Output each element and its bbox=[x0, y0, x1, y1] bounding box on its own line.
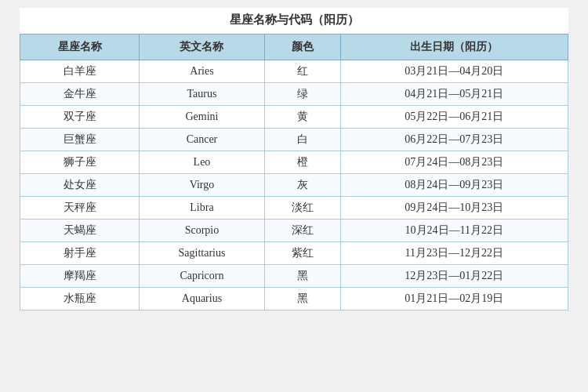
cell-color: 橙 bbox=[264, 151, 340, 174]
table-header-row: 星座名称 英文名称 颜色 出生日期（阳历） bbox=[20, 34, 568, 60]
page-title: 星座名称与代码（阳历） bbox=[20, 8, 568, 34]
cell-color: 淡红 bbox=[264, 197, 340, 220]
cell-date: 10月24日—11月22日 bbox=[340, 220, 568, 242]
table-row: 双子座Gemini黄05月22日—06月21日 bbox=[20, 106, 568, 129]
cell-color: 白 bbox=[264, 129, 340, 151]
cell-english: Scorpio bbox=[140, 220, 265, 242]
cell-chinese: 天秤座 bbox=[20, 197, 140, 220]
table-row: 摩羯座Capricorn黑12月23日—01月22日 bbox=[20, 265, 568, 288]
cell-date: 01月21日—02月19日 bbox=[340, 288, 568, 310]
cell-date: 11月23日—12月22日 bbox=[340, 242, 568, 265]
cell-date: 12月23日—01月22日 bbox=[340, 265, 568, 288]
col-header-english: 英文名称 bbox=[140, 34, 265, 60]
col-header-chinese: 星座名称 bbox=[20, 34, 140, 60]
table-row: 水瓶座Aquarius黑01月21日—02月19日 bbox=[20, 288, 568, 310]
table-row: 处女座Virgo灰08月24日—09月23日 bbox=[20, 174, 568, 197]
cell-date: 09月24日—10月23日 bbox=[340, 197, 568, 220]
cell-color: 黑 bbox=[264, 288, 340, 310]
table-row: 天秤座Libra淡红09月24日—10月23日 bbox=[20, 197, 568, 220]
cell-chinese: 水瓶座 bbox=[20, 288, 140, 310]
cell-chinese: 射手座 bbox=[20, 242, 140, 265]
table-row: 射手座Sagittarius紫红11月23日—12月22日 bbox=[20, 242, 568, 265]
cell-date: 06月22日—07月23日 bbox=[340, 129, 568, 151]
cell-english: Aquarius bbox=[140, 288, 265, 310]
col-header-color: 颜色 bbox=[264, 34, 340, 60]
cell-english: Cancer bbox=[140, 129, 265, 151]
cell-chinese: 狮子座 bbox=[20, 151, 140, 174]
cell-english: Leo bbox=[140, 151, 265, 174]
cell-color: 黄 bbox=[264, 106, 340, 129]
cell-color: 绿 bbox=[264, 83, 340, 106]
cell-date: 08月24日—09月23日 bbox=[340, 174, 568, 197]
cell-chinese: 巨蟹座 bbox=[20, 129, 140, 151]
table-row: 金牛座Taurus绿04月21日—05月21日 bbox=[20, 83, 568, 106]
col-header-date: 出生日期（阳历） bbox=[340, 34, 568, 60]
cell-english: Sagittarius bbox=[140, 242, 265, 265]
cell-date: 05月22日—06月21日 bbox=[340, 106, 568, 129]
cell-english: Capricorn bbox=[140, 265, 265, 288]
zodiac-table: 星座名称 英文名称 颜色 出生日期（阳历） 白羊座Aries红03月21日—04… bbox=[20, 34, 568, 310]
cell-date: 04月21日—05月21日 bbox=[340, 83, 568, 106]
table-row: 狮子座Leo橙07月24日—08月23日 bbox=[20, 151, 568, 174]
cell-english: Gemini bbox=[140, 106, 265, 129]
cell-color: 深红 bbox=[264, 220, 340, 242]
table-body: 白羊座Aries红03月21日—04月20日金牛座Taurus绿04月21日—0… bbox=[20, 60, 568, 310]
cell-chinese: 处女座 bbox=[20, 174, 140, 197]
cell-chinese: 摩羯座 bbox=[20, 265, 140, 288]
cell-chinese: 白羊座 bbox=[20, 60, 140, 83]
cell-chinese: 双子座 bbox=[20, 106, 140, 129]
cell-date: 03月21日—04月20日 bbox=[340, 60, 568, 83]
table-row: 白羊座Aries红03月21日—04月20日 bbox=[20, 60, 568, 83]
cell-chinese: 金牛座 bbox=[20, 83, 140, 106]
cell-color: 红 bbox=[264, 60, 340, 83]
table-row: 巨蟹座Cancer白06月22日—07月23日 bbox=[20, 129, 568, 151]
cell-chinese: 天蝎座 bbox=[20, 220, 140, 242]
cell-english: Libra bbox=[140, 197, 265, 220]
cell-date: 07月24日—08月23日 bbox=[340, 151, 568, 174]
cell-english: Virgo bbox=[140, 174, 265, 197]
cell-color: 紫红 bbox=[264, 242, 340, 265]
cell-english: Aries bbox=[140, 60, 265, 83]
main-container: 星座名称与代码（阳历） 星座名称 英文名称 颜色 出生日期（阳历） 白羊座Ari… bbox=[20, 8, 568, 310]
cell-color: 灰 bbox=[264, 174, 340, 197]
table-row: 天蝎座Scorpio深红10月24日—11月22日 bbox=[20, 220, 568, 242]
cell-english: Taurus bbox=[140, 83, 265, 106]
cell-color: 黑 bbox=[264, 265, 340, 288]
